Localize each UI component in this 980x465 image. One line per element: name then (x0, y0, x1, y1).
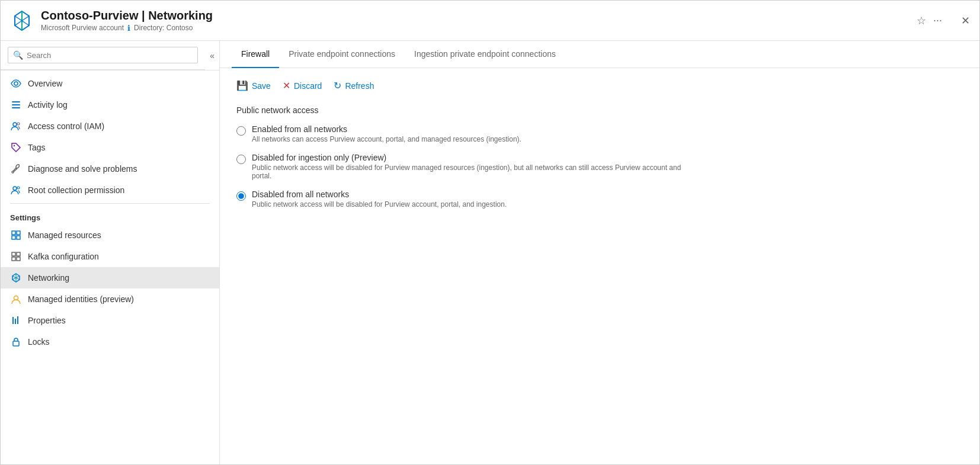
discard-label: Discard (294, 81, 322, 91)
refresh-button[interactable]: ↻ Refresh (334, 80, 374, 91)
tab-ingestion-endpoint[interactable]: Ingestion private endpoint connections (405, 41, 565, 68)
discard-button[interactable]: ✕ Discard (283, 80, 322, 91)
subtitle-text: Microsoft Purview account (41, 24, 124, 32)
lock-icon (10, 336, 22, 348)
svg-rect-16 (17, 236, 20, 239)
grid-icon (10, 229, 22, 241)
refresh-label: Refresh (345, 81, 374, 91)
svg-rect-5 (12, 101, 20, 102)
sidebar-item-root-collection[interactable]: Root collection permission (1, 179, 219, 201)
radio-content-ingestion-only: Disabled for ingestion only (Preview) Pu… (252, 153, 696, 180)
svg-point-8 (13, 123, 17, 126)
refresh-icon: ↻ (334, 80, 341, 91)
sidebar-item-overview[interactable]: Overview (1, 73, 219, 94)
radio-label-all-networks: Enabled from all networks (252, 124, 521, 134)
radio-ingestion-only[interactable] (236, 155, 246, 164)
directory-text: Directory: Contoso (134, 24, 193, 32)
svg-rect-28 (12, 317, 14, 324)
radio-desc-all-networks: All networks can access Purview account,… (252, 135, 521, 143)
svg-rect-14 (17, 231, 20, 235)
sidebar-item-label: Managed identities (preview) (28, 294, 134, 304)
kafka-icon (10, 251, 22, 262)
header-actions: ☆ ··· ✕ (917, 14, 970, 27)
settings-header: Settings (1, 206, 219, 225)
sidebar-item-label: Overview (28, 79, 62, 88)
sidebar-item-label: Properties (28, 316, 66, 325)
sidebar-item-managed-resources[interactable]: Managed resources (1, 225, 219, 246)
sidebar-item-networking[interactable]: Networking (1, 267, 219, 288)
svg-rect-31 (13, 341, 19, 346)
sidebar-item-properties[interactable]: Properties (1, 310, 219, 331)
root-collection-icon (10, 184, 22, 196)
sidebar-item-label: Diagnose and solve problems (28, 164, 137, 174)
header-title-block: Contoso-Purview | Networking Microsoft P… (41, 9, 917, 33)
public-network-access-group: Enabled from all networks All networks c… (236, 124, 963, 209)
close-icon[interactable]: ✕ (961, 14, 970, 27)
sidebar-item-label: Access control (IAM) (28, 121, 104, 131)
search-input[interactable] (27, 51, 193, 60)
sidebar-item-activity-log[interactable]: Activity log (1, 94, 219, 116)
save-button[interactable]: 💾 Save (236, 80, 271, 91)
search-icon: 🔍 (13, 50, 23, 60)
radio-desc-ingestion-only: Public network access will be disabled f… (252, 163, 696, 180)
sidebar-item-kafka[interactable]: Kafka configuration (1, 246, 219, 267)
toolbar: 💾 Save ✕ Discard ↻ Refresh (236, 80, 963, 91)
sidebar-nav: Overview Activity log Access control (IA… (1, 70, 219, 464)
list-icon (10, 99, 22, 111)
tab-bar: Firewall Private endpoint connections In… (220, 41, 979, 68)
radio-all-disabled[interactable] (236, 191, 246, 201)
sidebar-item-label: Networking (28, 273, 69, 283)
radio-content-all-networks: Enabled from all networks All networks c… (252, 124, 521, 143)
svg-point-9 (17, 123, 20, 125)
discard-icon: ✕ (283, 80, 290, 91)
sidebar: 🔍 « Overview Activity log (1, 41, 220, 464)
svg-rect-18 (17, 252, 20, 256)
favorite-icon[interactable]: ☆ (917, 14, 926, 27)
sidebar-item-tags[interactable]: Tags (1, 137, 219, 158)
sidebar-item-label: Tags (28, 143, 46, 152)
sidebar-item-access-control[interactable]: Access control (IAM) (1, 116, 219, 137)
sidebar-item-label: Root collection permission (28, 185, 124, 195)
radio-option-ingestion-only: Disabled for ingestion only (Preview) Pu… (236, 153, 963, 180)
radio-content-all-disabled: Disabled from all networks Public networ… (252, 190, 507, 209)
radio-option-all-networks: Enabled from all networks All networks c… (236, 124, 963, 143)
content-area: Firewall Private endpoint connections In… (220, 41, 979, 464)
people-icon (10, 120, 22, 132)
sidebar-item-label: Activity log (28, 100, 68, 110)
svg-point-10 (14, 145, 15, 146)
save-icon: 💾 (236, 80, 248, 91)
info-icon[interactable]: ℹ (127, 24, 130, 33)
sidebar-item-diagnose[interactable]: Diagnose and solve problems (1, 158, 219, 179)
chevron-left-icon: « (210, 51, 214, 60)
tab-firewall[interactable]: Firewall (232, 41, 279, 68)
collapse-button[interactable]: « (205, 46, 219, 65)
svg-point-12 (17, 187, 20, 189)
tab-private-endpoint[interactable]: Private endpoint connections (279, 41, 405, 68)
logo (10, 9, 34, 33)
radio-desc-all-disabled: Public network access will be disabled f… (252, 200, 507, 209)
sidebar-item-label: Kafka configuration (28, 252, 99, 261)
radio-option-all-disabled: Disabled from all networks Public networ… (236, 190, 963, 209)
content-body: 💾 Save ✕ Discard ↻ Refresh Public networ… (220, 68, 979, 464)
header: Contoso-Purview | Networking Microsoft P… (1, 1, 979, 41)
svg-point-4 (14, 82, 18, 85)
svg-rect-17 (12, 252, 15, 256)
page-title: Contoso-Purview | Networking (41, 9, 917, 23)
search-box[interactable]: 🔍 (8, 47, 198, 63)
settings-divider (10, 203, 210, 204)
more-options-icon[interactable]: ··· (933, 14, 942, 27)
svg-rect-6 (12, 104, 20, 105)
radio-all-networks[interactable] (236, 126, 246, 136)
svg-rect-20 (17, 257, 20, 261)
svg-rect-29 (15, 319, 16, 324)
save-label: Save (252, 81, 271, 91)
svg-rect-15 (12, 236, 15, 239)
radio-label-ingestion-only: Disabled for ingestion only (Preview) (252, 153, 696, 162)
svg-rect-7 (12, 107, 20, 108)
sidebar-item-locks[interactable]: Locks (1, 331, 219, 352)
properties-icon (10, 315, 22, 326)
sidebar-item-label: Managed resources (28, 230, 101, 240)
sidebar-item-label: Locks (28, 337, 50, 347)
sidebar-item-managed-identities[interactable]: Managed identities (preview) (1, 288, 219, 310)
search-container: 🔍 (1, 41, 205, 70)
